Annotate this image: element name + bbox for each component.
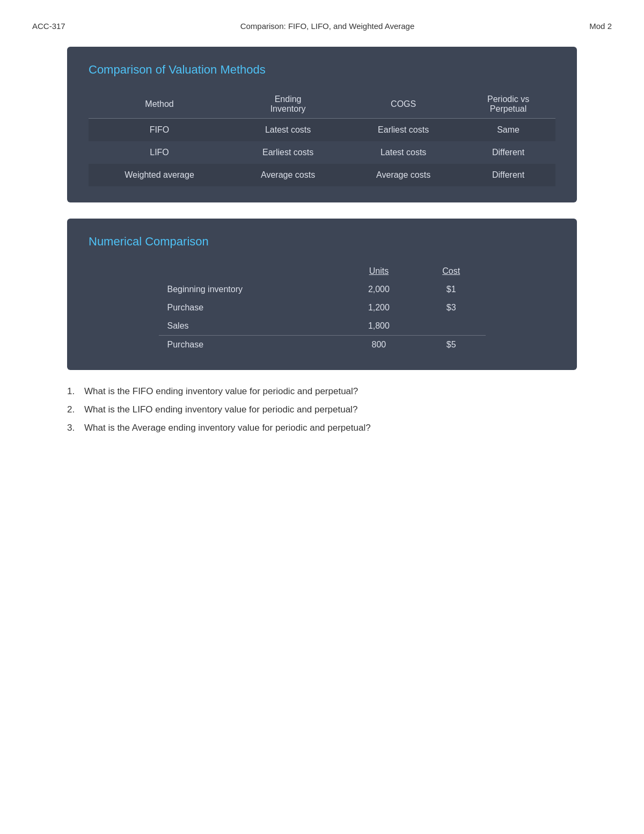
question-text: What is the FIFO ending inventory value … — [84, 386, 358, 397]
table-row: LIFOEarliest costsLatest costsDifferent — [89, 141, 555, 164]
numerical-row: Purchase1,200$3 — [159, 299, 486, 317]
numerical-card: Numerical Comparison Units Cost Beginnin… — [67, 219, 577, 370]
cell-cost: $3 — [417, 299, 486, 317]
cell-cogs: Average costs — [346, 164, 461, 186]
question-item: 2.What is the LIFO ending inventory valu… — [67, 404, 577, 415]
cell-method: FIFO — [89, 119, 230, 142]
cell-ending-inventory: Average costs — [230, 164, 346, 186]
cell-periodic-perpetual: Different — [461, 141, 555, 164]
question-text: What is the LIFO ending inventory value … — [84, 404, 357, 415]
page-container: ACC-317 Comparison: FIFO, LIFO, and Weig… — [0, 0, 644, 834]
cell-method: LIFO — [89, 141, 230, 164]
comparison-table: Method EndingInventory COGS Periodic vsP… — [89, 90, 555, 186]
numerical-row: Purchase800$5 — [159, 336, 486, 354]
comparison-card: Comparison of Valuation Methods Method E… — [67, 47, 577, 202]
cell-item: Purchase — [159, 299, 341, 317]
cell-units: 1,800 — [341, 317, 417, 336]
question-item: 1.What is the FIFO ending inventory valu… — [67, 386, 577, 397]
col-cogs: COGS — [346, 90, 461, 119]
cell-item: Beginning inventory — [159, 280, 341, 299]
cell-cost: $5 — [417, 336, 486, 354]
table-row: Weighted averageAverage costsAverage cos… — [89, 164, 555, 186]
numerical-header-row: Units Cost — [159, 262, 486, 280]
cell-item: Purchase — [159, 336, 341, 354]
numerical-row: Beginning inventory2,000$1 — [159, 280, 486, 299]
content-area: Comparison of Valuation Methods Method E… — [67, 47, 577, 433]
cell-periodic-perpetual: Different — [461, 164, 555, 186]
cell-cost: $1 — [417, 280, 486, 299]
question-number: 3. — [67, 423, 78, 433]
cell-item: Sales — [159, 317, 341, 336]
cell-ending-inventory: Earliest costs — [230, 141, 346, 164]
question-number: 2. — [67, 404, 78, 415]
col-ending-inventory: EndingInventory — [230, 90, 346, 119]
page-header: ACC-317 Comparison: FIFO, LIFO, and Weig… — [32, 21, 612, 31]
comparison-card-title: Comparison of Valuation Methods — [89, 63, 555, 77]
col-method: Method — [89, 90, 230, 119]
table-row: FIFOLatest costsEarliest costsSame — [89, 119, 555, 142]
page-title: Comparison: FIFO, LIFO, and Weighted Ave… — [240, 21, 415, 31]
question-item: 3.What is the Average ending inventory v… — [67, 423, 577, 433]
cell-ending-inventory: Latest costs — [230, 119, 346, 142]
numerical-col-units: Units — [341, 262, 417, 280]
table-header-row: Method EndingInventory COGS Periodic vsP… — [89, 90, 555, 119]
numerical-table: Units Cost Beginning inventory2,000$1Pur… — [159, 262, 486, 354]
question-number: 1. — [67, 386, 78, 397]
questions-section: 1.What is the FIFO ending inventory valu… — [67, 386, 577, 433]
cell-cogs: Earliest costs — [346, 119, 461, 142]
cell-units: 1,200 — [341, 299, 417, 317]
numerical-row: Sales1,800 — [159, 317, 486, 336]
question-text: What is the Average ending inventory val… — [84, 423, 371, 433]
cell-cost — [417, 317, 486, 336]
module-label: Mod 2 — [589, 21, 612, 31]
cell-method: Weighted average — [89, 164, 230, 186]
col-periodic-perpetual: Periodic vsPerpetual — [461, 90, 555, 119]
course-code: ACC-317 — [32, 21, 65, 31]
cell-units: 2,000 — [341, 280, 417, 299]
cell-cogs: Latest costs — [346, 141, 461, 164]
numerical-col-item — [159, 262, 341, 280]
cell-periodic-perpetual: Same — [461, 119, 555, 142]
numerical-card-title: Numerical Comparison — [89, 235, 555, 249]
numerical-col-cost: Cost — [417, 262, 486, 280]
cell-units: 800 — [341, 336, 417, 354]
